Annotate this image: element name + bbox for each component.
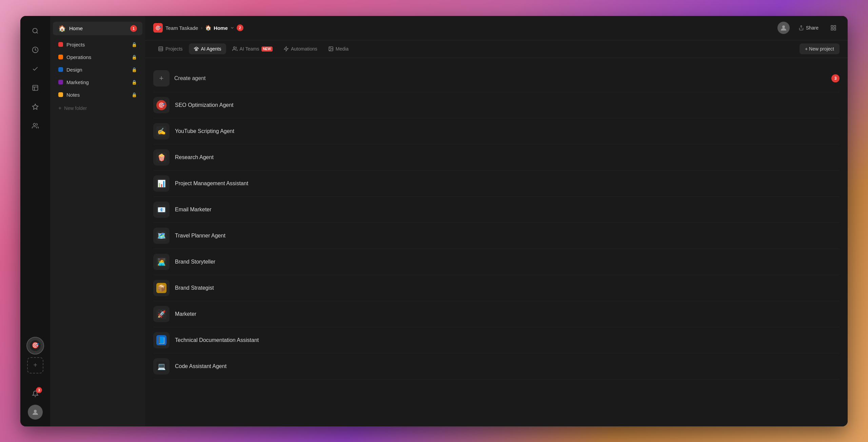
sidebar-item-notes[interactable]: Notes 🔒	[53, 89, 142, 101]
breadcrumb-current-label: Home	[214, 25, 228, 31]
svg-marker-4	[33, 104, 38, 109]
topbar-actions: Share	[777, 22, 840, 34]
svg-text:🍿: 🍿	[157, 153, 166, 161]
svg-text:✍️: ✍️	[157, 127, 166, 135]
svg-text:📧: 📧	[157, 206, 166, 214]
marketing-color-dot	[58, 80, 63, 84]
youtube-agent-icon: ✍️	[153, 123, 170, 139]
strategist-agent-name: Brand Strategist	[175, 285, 214, 291]
star-icon-btn[interactable]	[27, 99, 43, 115]
agent-item-codeassistant[interactable]: 💻 Code Assistant Agent	[153, 353, 840, 380]
agent-item-storyteller[interactable]: 🧑‍💻 Brand Storyteller	[153, 249, 840, 275]
create-agent-label: Create agent	[174, 75, 827, 81]
tab-ai-teams[interactable]: AI Teams NEW	[228, 43, 277, 54]
svg-point-5	[33, 123, 36, 126]
create-agent-row[interactable]: + Create agent 3	[153, 65, 840, 92]
notes-color-dot	[58, 92, 63, 97]
home-icon-breadcrumb: 🏠	[205, 25, 212, 31]
topbar-user-avatar[interactable]	[777, 22, 790, 34]
seo-agent-name: SEO Optimization Agent	[175, 102, 234, 108]
marketer-agent-name: Marketer	[175, 311, 196, 317]
svg-point-11	[782, 25, 785, 28]
agent-item-strategist[interactable]: 📦 Brand Strategist	[153, 275, 840, 301]
notification-badge: 3	[36, 387, 42, 393]
tab-projects[interactable]: Projects	[153, 43, 188, 54]
projects-tab-icon	[158, 46, 163, 52]
svg-rect-13	[831, 25, 833, 27]
search-icon-btn[interactable]	[27, 23, 43, 39]
agent-item-email[interactable]: 📧 Email Marketer	[153, 197, 840, 223]
new-folder-btn[interactable]: + New folder	[53, 102, 142, 114]
projects-lock-icon: 🔒	[132, 42, 137, 47]
sidebar-projects-label: Projects	[66, 42, 128, 47]
svg-point-23	[233, 47, 235, 49]
notification-btn[interactable]: 3	[27, 386, 43, 402]
agent-item-marketer[interactable]: 🚀 Marketer	[153, 301, 840, 327]
home-badge: 1	[130, 25, 137, 32]
sidebar-item-home[interactable]: 🏠 Home 1	[53, 22, 142, 35]
tab-ai-agents[interactable]: AI Agents	[189, 43, 226, 54]
agent-item-youtube[interactable]: ✍️ YouTube Scripting Agent	[153, 118, 840, 145]
icon-bar: 🎯 + 3	[20, 16, 50, 426]
sidebar-item-design[interactable]: Design 🔒	[53, 64, 142, 76]
main-content: 🎯 Team Taskade › 🏠 Home 2 Share	[145, 16, 848, 426]
tab-ai-agents-label: AI Agents	[201, 46, 221, 52]
design-lock-icon: 🔒	[132, 67, 137, 72]
svg-point-26	[330, 48, 330, 49]
svg-text:📊: 📊	[157, 179, 166, 188]
projects-color-dot	[58, 42, 63, 47]
agents-content: + Create agent 3 🎯 SEO Optimization Agen…	[145, 58, 848, 426]
storyteller-agent-icon: 🧑‍💻	[153, 254, 170, 270]
email-agent-icon: 📧	[153, 201, 170, 218]
check-icon-btn[interactable]	[27, 61, 43, 77]
home-icon: 🏠	[58, 25, 66, 32]
design-color-dot	[58, 67, 63, 72]
new-project-button[interactable]: + New project	[800, 43, 840, 54]
techwriter-agent-name: Technical Documentation Assistant	[175, 337, 259, 343]
operations-color-dot	[58, 55, 63, 59]
seo-agent-icon: 🎯	[153, 97, 170, 113]
svg-text:🗺️: 🗺️	[157, 232, 166, 240]
agent-item-pm[interactable]: 📊 Project Management Assistant	[153, 171, 840, 197]
layout-toggle-btn[interactable]	[827, 22, 840, 34]
share-label: Share	[806, 25, 818, 31]
codeassistant-agent-icon: 💻	[153, 358, 170, 374]
pm-agent-name: Project Management Assistant	[175, 180, 248, 187]
add-workspace-btn[interactable]: +	[27, 357, 43, 373]
sidebar-item-operations[interactable]: Operations 🔒	[53, 51, 142, 63]
agent-item-travel[interactable]: 🗺️ Travel Planner Agent	[153, 223, 840, 249]
recent-icon-btn[interactable]	[27, 42, 43, 58]
svg-rect-14	[834, 25, 836, 27]
marketing-lock-icon: 🔒	[132, 80, 137, 85]
create-agent-plus-icon: +	[153, 70, 170, 87]
agent-item-research[interactable]: 🍿 Research Agent	[153, 145, 840, 171]
agent-item-seo[interactable]: 🎯 SEO Optimization Agent	[153, 92, 840, 118]
share-button[interactable]: Share	[794, 23, 823, 33]
automations-tab-icon	[283, 46, 289, 52]
workspace-avatar[interactable]: 🎯	[26, 337, 44, 354]
chevron-down-icon	[230, 25, 235, 30]
team-icon-btn[interactable]	[27, 118, 43, 134]
strategist-agent-icon: 📦	[153, 280, 170, 296]
sidebar-design-label: Design	[66, 67, 128, 73]
svg-marker-24	[284, 46, 288, 51]
sidebar-item-marketing[interactable]: Marketing 🔒	[53, 76, 142, 88]
travel-agent-name: Travel Planner Agent	[175, 233, 225, 239]
techwriter-agent-icon: 📘	[153, 332, 170, 348]
svg-point-20	[195, 47, 197, 49]
svg-text:🎯: 🎯	[158, 101, 165, 109]
svg-rect-15	[831, 28, 833, 30]
user-avatar-icon-bar[interactable]	[28, 405, 43, 420]
create-agent-badge: 3	[831, 74, 840, 82]
sidebar-home-label: Home	[69, 25, 127, 31]
tab-media[interactable]: Media	[323, 43, 353, 54]
tab-automations[interactable]: Automations	[279, 43, 322, 54]
nav-tabs: Projects AI Agents AI Teams NEW Automati…	[145, 40, 848, 58]
topbar: 🎯 Team Taskade › 🏠 Home 2 Share	[145, 16, 848, 40]
inbox-icon-btn[interactable]	[27, 80, 43, 96]
sidebar-item-projects[interactable]: Projects 🔒	[53, 39, 142, 51]
tab-automations-label: Automations	[291, 46, 317, 52]
agent-item-techwriter[interactable]: 📘 Technical Documentation Assistant	[153, 327, 840, 353]
app-window: 🎯 + 3 🏠 Home 1 Projects 🔒 Operations 🔒	[20, 16, 848, 426]
sidebar-operations-label: Operations	[66, 54, 128, 60]
